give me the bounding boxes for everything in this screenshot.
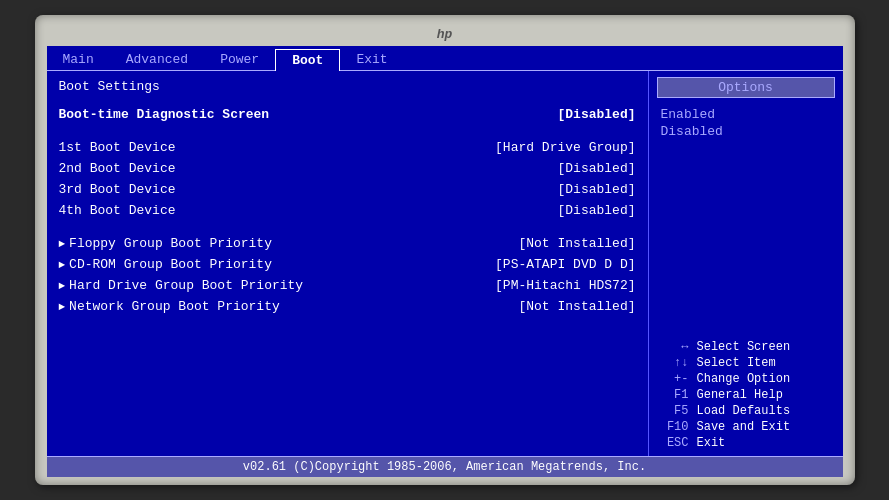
help-row-option: +- Change Option xyxy=(657,372,835,386)
hp-logo: hp xyxy=(437,27,453,42)
right-panel: Options Enabled Disabled ↔ Select Screen… xyxy=(648,71,843,456)
group-label-floppy: ► Floppy Group Boot Priority xyxy=(59,236,272,251)
group-label-hdd: ► Hard Drive Group Boot Priority xyxy=(59,278,304,293)
option-enabled[interactable]: Enabled xyxy=(657,106,835,123)
help-desc-screen: Select Screen xyxy=(697,340,791,354)
group-value-floppy: [Not Installed] xyxy=(518,236,635,251)
group-row-floppy[interactable]: ► Floppy Group Boot Priority [Not Instal… xyxy=(59,235,636,252)
group-value-hdd: [PM-Hitachi HDS72] xyxy=(495,278,635,293)
nav-item-power[interactable]: Power xyxy=(204,49,275,70)
arrow-icon-hdd: ► xyxy=(59,280,66,292)
boot-device-label-2: 2nd Boot Device xyxy=(59,161,176,176)
boot-device-row-4: 4th Boot Device [Disabled] xyxy=(59,202,636,219)
nav-item-exit[interactable]: Exit xyxy=(340,49,403,70)
group-row-hdd[interactable]: ► Hard Drive Group Boot Priority [PM-Hit… xyxy=(59,277,636,294)
section-title: Boot Settings xyxy=(59,79,636,94)
help-desc-esc: Exit xyxy=(697,436,726,450)
boot-device-value-4: [Disabled] xyxy=(557,203,635,218)
boot-device-row-2: 2nd Boot Device [Disabled] xyxy=(59,160,636,177)
help-row-item: ↑↓ Select Item xyxy=(657,356,835,370)
nav-bar: MainAdvancedPowerBootExit xyxy=(47,46,843,71)
arrow-icon-cdrom: ► xyxy=(59,259,66,271)
arrow-icon-network: ► xyxy=(59,301,66,313)
bios-screen: MainAdvancedPowerBootExit Boot Settings … xyxy=(47,46,843,477)
boot-device-label-4: 4th Boot Device xyxy=(59,203,176,218)
boot-device-row-3: 3rd Boot Device [Disabled] xyxy=(59,181,636,198)
nav-item-advanced[interactable]: Advanced xyxy=(110,49,204,70)
help-section: ↔ Select Screen ↑↓ Select Item +- Change… xyxy=(657,340,835,450)
help-row-f5: F5 Load Defaults xyxy=(657,404,835,418)
help-key-option: +- xyxy=(657,372,689,386)
boot-device-label-3: 3rd Boot Device xyxy=(59,182,176,197)
diagnostic-label: Boot-time Diagnostic Screen xyxy=(59,107,270,122)
boot-device-row-1: 1st Boot Device [Hard Drive Group] xyxy=(59,139,636,156)
boot-device-label-1: 1st Boot Device xyxy=(59,140,176,155)
help-desc-f1: General Help xyxy=(697,388,783,402)
help-key-f5: F5 xyxy=(657,404,689,418)
group-value-network: [Not Installed] xyxy=(518,299,635,314)
help-key-esc: ESC xyxy=(657,436,689,450)
arrow-icon-floppy: ► xyxy=(59,238,66,250)
help-desc-f10: Save and Exit xyxy=(697,420,791,434)
group-label-cdrom: ► CD-ROM Group Boot Priority xyxy=(59,257,272,272)
group-row-cdrom[interactable]: ► CD-ROM Group Boot Priority [PS-ATAPI D… xyxy=(59,256,636,273)
help-row-esc: ESC Exit xyxy=(657,436,835,450)
nav-item-boot[interactable]: Boot xyxy=(275,49,340,71)
help-row-f1: F1 General Help xyxy=(657,388,835,402)
help-desc-option: Change Option xyxy=(697,372,791,386)
option-disabled[interactable]: Disabled xyxy=(657,123,835,140)
help-row-f10: F10 Save and Exit xyxy=(657,420,835,434)
group-label-network: ► Network Group Boot Priority xyxy=(59,299,280,314)
help-key-f1: F1 xyxy=(657,388,689,402)
group-row-network[interactable]: ► Network Group Boot Priority [Not Insta… xyxy=(59,298,636,315)
group-value-cdrom: [PS-ATAPI DVD D D] xyxy=(495,257,635,272)
help-row-screen: ↔ Select Screen xyxy=(657,340,835,354)
help-key-f10: F10 xyxy=(657,420,689,434)
content-area: Boot Settings Boot-time Diagnostic Scree… xyxy=(47,71,843,456)
diagnostic-row: Boot-time Diagnostic Screen [Disabled] xyxy=(59,106,636,123)
diagnostic-value: [Disabled] xyxy=(557,107,635,122)
boot-device-value-1: [Hard Drive Group] xyxy=(495,140,635,155)
nav-item-main[interactable]: Main xyxy=(47,49,110,70)
boot-device-value-3: [Disabled] xyxy=(557,182,635,197)
status-bar: v02.61 (C)Copyright 1985-2006, American … xyxy=(47,456,843,477)
help-key-screen: ↔ xyxy=(657,340,689,354)
help-desc-f5: Load Defaults xyxy=(697,404,791,418)
monitor-bezel: hp MainAdvancedPowerBootExit Boot Settin… xyxy=(35,15,855,485)
help-desc-item: Select Item xyxy=(697,356,776,370)
main-panel: Boot Settings Boot-time Diagnostic Scree… xyxy=(47,71,648,456)
help-key-item: ↑↓ xyxy=(657,356,689,370)
boot-device-value-2: [Disabled] xyxy=(557,161,635,176)
monitor-logo: hp xyxy=(47,27,843,42)
options-header: Options xyxy=(657,77,835,98)
